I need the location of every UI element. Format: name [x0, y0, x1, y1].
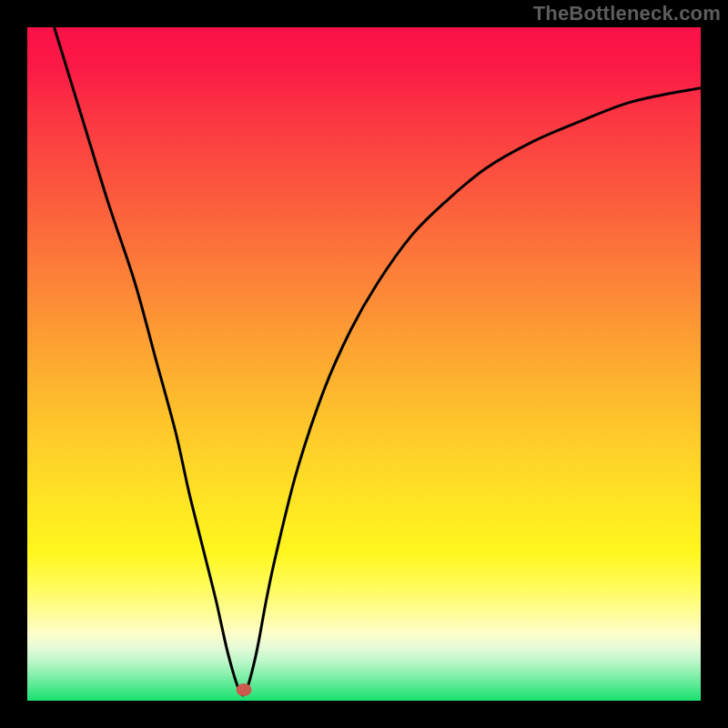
curve-svg: [27, 27, 701, 701]
watermark-text: TheBottleneck.com: [533, 2, 721, 25]
plot-area: [27, 27, 701, 701]
bottleneck-curve: [55, 27, 701, 695]
chart-frame: TheBottleneck.com: [0, 0, 728, 728]
minimum-marker-icon: [237, 683, 252, 696]
